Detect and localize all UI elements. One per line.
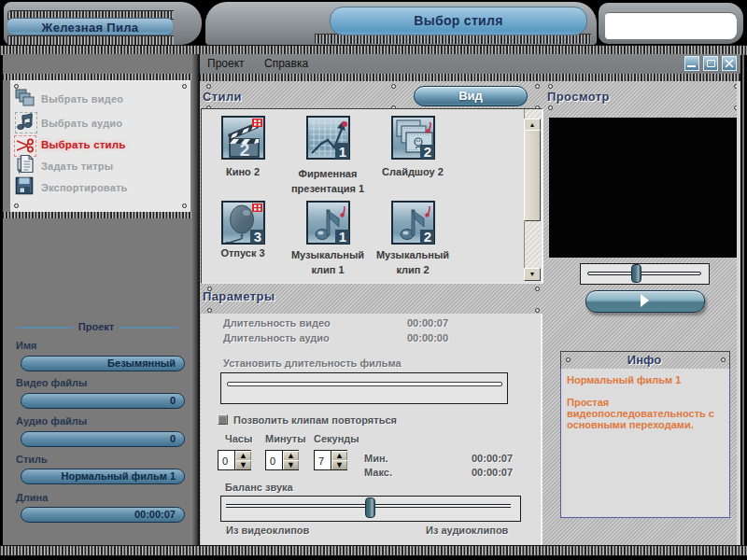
svg-text:1: 1 (339, 144, 346, 160)
svg-text:3: 3 (254, 229, 261, 245)
svg-text:1: 1 (339, 229, 346, 245)
svg-text:2: 2 (424, 229, 431, 245)
svg-text:2: 2 (240, 140, 250, 160)
svg-text:2: 2 (424, 144, 431, 160)
